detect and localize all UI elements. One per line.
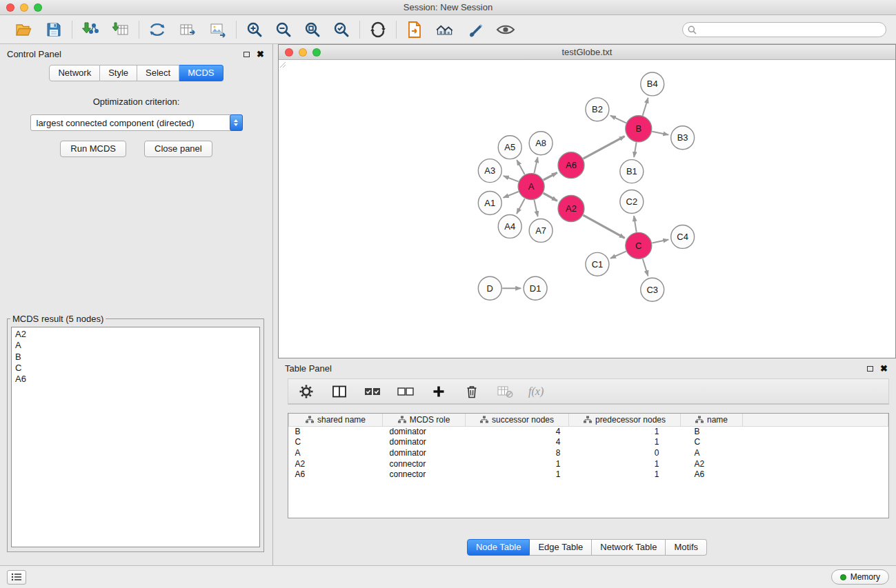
table-cell[interactable]: dominator: [383, 437, 466, 448]
table-cell[interactable]: B: [289, 426, 383, 437]
import-table-file-icon[interactable]: [111, 20, 130, 39]
snapshot-document-icon[interactable]: [405, 20, 424, 39]
zoom-button[interactable]: [34, 3, 42, 12]
network-minimize-button[interactable]: [299, 48, 307, 57]
open-session-icon[interactable]: [14, 20, 33, 39]
clone-network-icon[interactable]: [148, 20, 167, 39]
table-row[interactable]: Cdominator41C: [289, 437, 888, 448]
minimize-button[interactable]: [20, 3, 28, 12]
table-cell[interactable]: C: [289, 437, 383, 448]
criterion-dropdown[interactable]: largest connected component (directed): [30, 114, 243, 131]
table-cell[interactable]: 1: [466, 469, 569, 480]
resize-grip-icon[interactable]: [278, 60, 895, 357]
zoom-selected-icon[interactable]: [332, 20, 351, 39]
table-cell[interactable]: B: [681, 426, 743, 437]
table-cell[interactable]: A2: [289, 458, 383, 469]
show-hide-eye-icon[interactable]: [496, 20, 515, 39]
zoom-out-icon[interactable]: [274, 20, 293, 39]
column-header-MCDS-role[interactable]: MCDS role: [383, 414, 466, 426]
column-header-predecessor-nodes[interactable]: predecessor nodes: [569, 414, 681, 426]
table-cell[interactable]: A6: [289, 469, 383, 480]
dropdown-stepper-icon: [230, 114, 243, 131]
table-cell[interactable]: 0: [569, 447, 681, 458]
export-image-icon[interactable]: [208, 20, 228, 39]
mcds-result-list[interactable]: A2ABCA6: [11, 327, 260, 547]
table-row[interactable]: A6connector11A6: [289, 469, 888, 480]
zoom-in-icon[interactable]: [245, 20, 264, 39]
table-row[interactable]: Adominator80A: [289, 447, 888, 458]
table-cell[interactable]: 1: [569, 426, 681, 437]
table-cell[interactable]: 1: [466, 458, 569, 469]
tab-style[interactable]: Style: [100, 65, 137, 81]
table-cell[interactable]: dominator: [383, 447, 466, 458]
table-cell[interactable]: C: [681, 437, 743, 448]
close-panel-icon[interactable]: ✖: [257, 51, 264, 58]
table-panel-title: Table Panel: [285, 363, 332, 374]
toolbar-search: [682, 22, 886, 37]
unselect-all-columns-icon[interactable]: [396, 382, 415, 401]
search-input[interactable]: [682, 22, 886, 37]
close-button[interactable]: [6, 3, 14, 12]
new-table-icon[interactable]: [178, 20, 197, 39]
list-item[interactable]: A6: [12, 374, 259, 385]
search-icon: [688, 26, 697, 34]
table-cell[interactable]: 4: [466, 437, 569, 448]
table-cell[interactable]: connector: [383, 458, 466, 469]
task-history-button[interactable]: [7, 570, 26, 585]
table-cell-filler: [743, 447, 888, 458]
memory-button[interactable]: Memory: [831, 569, 889, 585]
table-tab-edge-table[interactable]: Edge Table: [530, 539, 592, 556]
table-cell[interactable]: A: [681, 447, 743, 458]
refresh-icon[interactable]: [368, 20, 388, 39]
network-canvas-area[interactable]: B4B2BB3A8A5A6A3B1AC2A1A2A4A7C4CC1C3DD1: [279, 61, 895, 358]
table-row[interactable]: Bdominator41B: [289, 426, 888, 437]
list-item[interactable]: A: [12, 340, 259, 351]
add-row-plus-icon[interactable]: [429, 382, 448, 401]
list-item[interactable]: C: [12, 363, 259, 374]
style-brush-icon[interactable]: [466, 20, 485, 39]
table-panel-tabs: Node TableEdge TableNetwork TableMotifs: [467, 539, 707, 556]
select-all-columns-icon[interactable]: [363, 382, 382, 401]
table-cell[interactable]: A6: [681, 469, 743, 480]
table-float-panel-icon[interactable]: [867, 366, 873, 372]
table-cell[interactable]: 4: [466, 426, 569, 437]
tab-network[interactable]: Network: [49, 65, 100, 81]
network-zoom-button[interactable]: [312, 48, 321, 57]
column-header-name[interactable]: name: [681, 414, 743, 426]
save-session-icon[interactable]: [44, 20, 63, 39]
table-settings-gear-icon[interactable]: [297, 382, 316, 401]
zoom-fit-icon[interactable]: [303, 20, 322, 39]
table-toolbar: f(x): [288, 378, 889, 405]
column-header-shared-name[interactable]: shared name: [289, 414, 383, 426]
delete-row-trash-icon[interactable]: [462, 382, 481, 401]
table-cell[interactable]: dominator: [383, 426, 466, 437]
table-cell[interactable]: 1: [569, 437, 681, 448]
network-close-button[interactable]: [285, 48, 293, 57]
list-item[interactable]: B: [12, 352, 259, 363]
list-item[interactable]: A2: [12, 329, 259, 340]
run-mcds-button[interactable]: Run MCDS: [60, 141, 126, 157]
tab-mcds[interactable]: MCDS: [179, 65, 223, 81]
table-tab-node-table[interactable]: Node Table: [467, 539, 530, 556]
table-tab-network-table[interactable]: Network Table: [592, 539, 666, 556]
table-header-row[interactable]: shared nameMCDS rolesuccessor nodesprede…: [289, 414, 888, 426]
import-network-file-icon[interactable]: [81, 20, 100, 39]
show-columns-icon[interactable]: [330, 382, 349, 401]
table-cell[interactable]: connector: [383, 469, 466, 480]
table-cell[interactable]: A2: [681, 458, 743, 469]
table-cell[interactable]: 8: [466, 447, 569, 458]
memory-status-icon: [840, 574, 846, 580]
close-panel-button[interactable]: Close panel: [144, 141, 212, 157]
table-row[interactable]: A2connector11A2: [289, 458, 888, 469]
table-cell[interactable]: 1: [569, 458, 681, 469]
node-table[interactable]: shared nameMCDS rolesuccessor nodesprede…: [288, 413, 889, 518]
table-close-panel-icon[interactable]: ✖: [880, 365, 888, 372]
table-cell[interactable]: 1: [569, 469, 681, 480]
table-cell[interactable]: A: [289, 447, 383, 458]
birdseye-houses-icon[interactable]: [435, 20, 455, 39]
float-panel-icon[interactable]: [243, 52, 250, 57]
table-cell-filler: [743, 469, 888, 480]
column-header-successor-nodes[interactable]: successor nodes: [466, 414, 569, 426]
tab-select[interactable]: Select: [137, 65, 179, 81]
table-tab-motifs[interactable]: Motifs: [666, 539, 707, 556]
